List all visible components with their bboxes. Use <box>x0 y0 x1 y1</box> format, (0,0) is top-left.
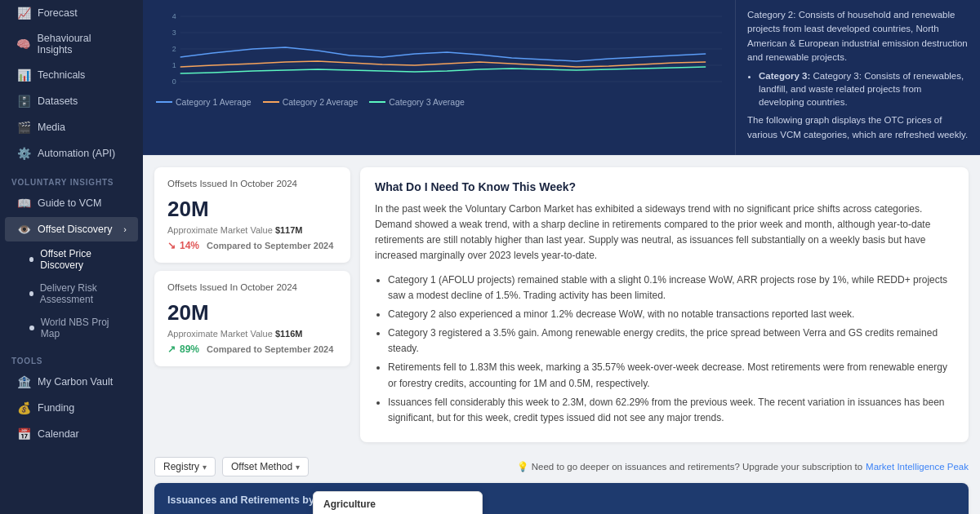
stat-card-2-title: Offsets Issued In October 2024 <box>167 282 337 292</box>
sidebar-label-calendar: Calendar <box>38 428 79 440</box>
chart-legend: Category 1 Average Category 2 Average Ca… <box>156 92 722 109</box>
sidebar-label-offset-discovery: Offset Discovery <box>38 224 112 235</box>
offset-method-filter[interactable]: Offset Method ▾ <box>222 457 309 476</box>
svg-text:3: 3 <box>172 29 176 37</box>
sidebar-label-guide-vcm: Guide to VCM <box>38 197 102 209</box>
behavioural-icon: 🧠 <box>16 38 31 51</box>
sidebar-item-guide-vcm[interactable]: 📖 Guide to VCM <box>5 191 138 215</box>
sidebar-item-funding[interactable]: 💰 Funding <box>5 396 138 420</box>
forecast-icon: 📈 <box>16 7 31 20</box>
stat-card-1: Offsets Issued In October 2024 20M Appro… <box>154 167 350 263</box>
svg-text:1: 1 <box>172 61 176 69</box>
sidebar-item-technicals[interactable]: 📊 Technicals <box>5 63 138 87</box>
bullet-4: Retirements fell to 1.83M this week, mar… <box>388 360 954 391</box>
right-panel-p3: The following graph displays the OTC pri… <box>747 113 969 142</box>
cat1-line-icon <box>156 101 172 103</box>
cat3-line-icon <box>369 101 385 103</box>
svg-text:4: 4 <box>172 12 176 20</box>
sidebar-label-media: Media <box>38 122 65 133</box>
bottom-section: Registry ▾ Offset Method ▾ 💡 Need to go … <box>143 450 980 514</box>
sidebar-label-automation: Automation (API) <box>38 148 115 159</box>
stat-card-1-title: Offsets Issued In October 2024 <box>167 179 337 188</box>
info-panel-title: What Do I Need To Know This Week? <box>375 180 954 193</box>
dot-icon <box>29 257 33 262</box>
sidebar-item-behavioural[interactable]: 🧠 Behavioural Insights <box>5 27 138 61</box>
sidebar-label-offset-price: Offset Price Discovery <box>40 248 127 271</box>
datasets-icon: 🗄️ <box>16 95 31 108</box>
info-panel: What Do I Need To Know This Week? In the… <box>360 167 969 442</box>
sidebar-label-world-nbs: World NBS Proj Map <box>41 317 127 339</box>
chevron-down-icon: ▾ <box>296 463 300 472</box>
sidebar-item-world-nbs[interactable]: World NBS Proj Map <box>5 312 138 344</box>
sidebar-label-carbon-vault: My Carbon Vault <box>38 376 113 388</box>
dot-icon <box>29 291 33 296</box>
legend-cat1: Category 1 Average <box>156 97 252 107</box>
right-panel-cat3: Category 3: Category 3: Consists of rene… <box>759 69 969 109</box>
dot-icon <box>29 326 34 330</box>
stat-card-2: Offsets Issued In October 2024 20M Appro… <box>154 271 350 366</box>
sidebar-item-carbon-vault[interactable]: 🏦 My Carbon Vault <box>5 370 138 394</box>
middle-section: Offsets Issued In October 2024 20M Appro… <box>143 156 980 450</box>
chart-description-panel: Category 2: Consists of household and re… <box>735 0 980 155</box>
offset-discovery-icon: 👁️ <box>16 223 31 236</box>
stat-card-1-change: ↘ 14% Compared to September 2024 <box>167 240 337 251</box>
calendar-icon: 📅 <box>16 428 31 441</box>
stat-card-2-change: ↗ 89% Compared to September 2024 <box>167 343 337 355</box>
automation-icon: ⚙️ <box>16 147 31 160</box>
carbon-vault-icon: 🏦 <box>16 375 31 388</box>
sidebar-item-offset-discovery[interactable]: 👁️ Offset Discovery › <box>5 217 138 241</box>
line-chart: 4 3 2 1 0 <box>156 8 722 90</box>
bullet-3: Category 3 registered a 3.5% gain. Among… <box>388 326 954 357</box>
sidebar-item-delivery-risk[interactable]: Delivery Risk Assessment <box>5 277 138 310</box>
stat-card-2-value: 20M <box>167 300 337 326</box>
line-chart-panel: 4 3 2 1 0 Category 1 Average Ca <box>143 0 735 155</box>
technicals-icon: 📊 <box>16 69 31 82</box>
bar-chart-container: Issuances and Retirements by Project Typ… <box>154 483 969 514</box>
sidebar-label-funding: Funding <box>38 402 74 414</box>
sidebar-label-behavioural: Behavioural Insights <box>38 33 127 55</box>
main-content: 4 3 2 1 0 Category 1 Average Ca <box>143 0 980 514</box>
legend-cat3: Category 3 Average <box>369 97 465 107</box>
filter-bar: Registry ▾ Offset Method ▾ 💡 Need to go … <box>154 450 969 483</box>
bulb-icon: 💡 <box>517 461 528 472</box>
sidebar-item-offset-price[interactable]: Offset Price Discovery <box>5 243 138 276</box>
stat-cards-column: Offsets Issued In October 2024 20M Appro… <box>154 167 350 442</box>
sidebar-item-calendar[interactable]: 📅 Calendar <box>5 422 138 446</box>
funding-icon: 💰 <box>16 401 31 414</box>
registry-filter[interactable]: Registry ▾ <box>154 457 216 476</box>
arrow-up-icon: ↗ <box>167 343 176 355</box>
stat-card-1-value: 20M <box>167 197 337 222</box>
bar-chart-title: Issuances and Retirements by Project Typ… <box>167 494 956 506</box>
sidebar-label-technicals: Technicals <box>38 69 85 81</box>
top-chart-area: 4 3 2 1 0 Category 1 Average Ca <box>143 0 980 156</box>
cat2-line-icon <box>263 101 279 103</box>
info-panel-intro: In the past week the Voluntary Carbon Ma… <box>375 202 954 264</box>
sidebar-item-media[interactable]: 🎬 Media <box>5 115 138 140</box>
sidebar-label-delivery-risk: Delivery Risk Assessment <box>40 282 127 305</box>
arrow-down-icon: ↘ <box>167 240 176 251</box>
svg-text:2: 2 <box>172 45 176 53</box>
bullet-5: Issuances fell considerably this week to… <box>388 395 954 426</box>
stat-card-2-sub: Approximate Market Value $116M <box>167 329 337 339</box>
upgrade-link[interactable]: Market Intelligence Peak <box>866 462 969 472</box>
media-icon: 🎬 <box>16 121 31 134</box>
sidebar: 📈 Forecast 🧠 Behavioural Insights 📊 Tech… <box>0 0 143 514</box>
right-panel-p1: Category 2: Consists of household and re… <box>747 8 969 64</box>
sidebar-label-datasets: Datasets <box>38 95 78 107</box>
tools-section: Tools <box>0 345 143 369</box>
sidebar-item-datasets[interactable]: 🗄️ Datasets <box>5 89 138 113</box>
chevron-right-icon: › <box>123 224 127 234</box>
sidebar-item-forecast[interactable]: 📈 Forecast <box>5 1 138 25</box>
svg-text:0: 0 <box>172 78 176 86</box>
sidebar-item-automation[interactable]: ⚙️ Automation (API) <box>5 141 138 166</box>
bullet-1: Category 1 (AFOLU projects) remained sta… <box>388 273 954 304</box>
chevron-down-icon: ▾ <box>203 463 207 472</box>
stat-card-1-sub: Approximate Market Value $117M <box>167 225 337 235</box>
voluntary-insights-section: Voluntary Insights <box>0 166 143 190</box>
info-panel-bullets: Category 1 (AFOLU projects) remained sta… <box>375 273 954 427</box>
upgrade-notice: 💡 Need to go deeper on issuances and ret… <box>517 461 969 472</box>
guide-vcm-icon: 📖 <box>16 197 31 210</box>
bullet-2: Category 2 also experienced a minor 1.2%… <box>388 307 954 322</box>
sidebar-label-forecast: Forecast <box>38 7 78 19</box>
legend-cat2: Category 2 Average <box>263 97 359 107</box>
